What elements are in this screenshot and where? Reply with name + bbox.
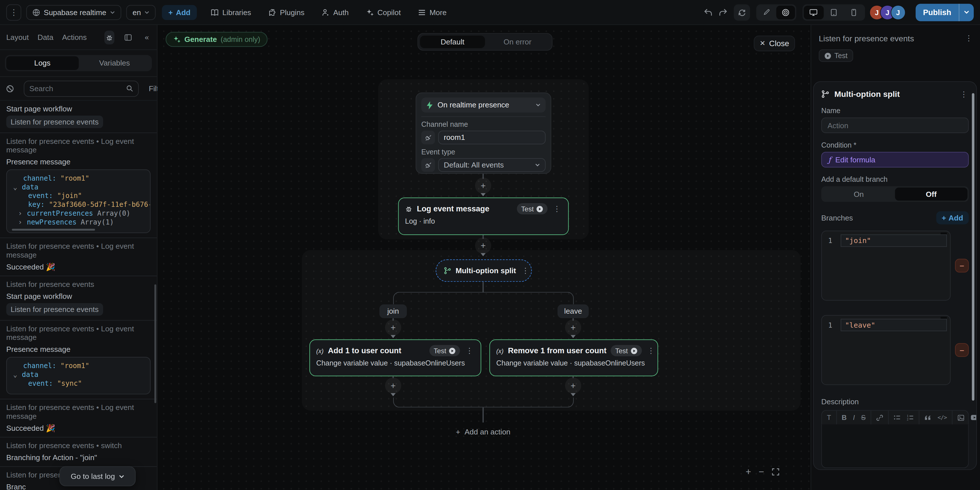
multi-option-split-node[interactable]: Multi-option split ⋮ (436, 259, 532, 282)
language-selector[interactable]: en (126, 5, 156, 20)
redo-button[interactable] (719, 8, 728, 16)
publish-button[interactable]: Publish (916, 8, 959, 16)
branch-label-leave[interactable]: leave (557, 304, 589, 318)
clear-logs-button[interactable] (6, 84, 14, 92)
event-type-select[interactable]: Default: All events (438, 158, 546, 172)
bind-value-button[interactable] (422, 158, 435, 172)
toggle-on[interactable]: On (822, 188, 895, 200)
trigger-type-select[interactable]: On realtime presence (422, 97, 546, 113)
node-menu-button[interactable]: ⋮ (465, 346, 474, 355)
insert-action-button[interactable]: + (565, 319, 581, 336)
code-line[interactable]: "leave" (841, 319, 947, 331)
tab-logs[interactable]: Logs (6, 56, 78, 70)
expand-caret-icon[interactable]: › (18, 218, 27, 227)
desktop-view-button[interactable] (803, 5, 824, 19)
edit-formula-button[interactable]: ƒ Edit formula (821, 152, 969, 167)
preview-mode-button[interactable] (776, 5, 795, 19)
vertical-scrollbar[interactable] (154, 284, 156, 403)
numbered-list-button[interactable]: 12 (907, 415, 914, 421)
bullet-list-button[interactable] (894, 415, 900, 421)
function-icon: ƒ (828, 155, 831, 164)
panel-layout-button[interactable] (123, 30, 133, 44)
undo-button[interactable] (704, 8, 713, 16)
insert-action-button[interactable]: + (475, 238, 491, 254)
video-button[interactable] (970, 415, 977, 421)
log-event-message-node[interactable]: Log event message Test ⋮ Log · info (398, 197, 569, 235)
branch-code-editor[interactable]: 1 "join" (821, 231, 951, 301)
branch-code-editor[interactable]: 1 "leave" (821, 315, 951, 385)
italic-button[interactable]: I (853, 414, 855, 421)
channel-name-input[interactable]: room1 (438, 131, 546, 145)
search-input[interactable] (29, 84, 126, 93)
tab-actions[interactable]: Actions (62, 33, 87, 41)
menu-item-libraries[interactable]: Libraries (210, 8, 251, 16)
node-menu-button[interactable]: ⋮ (646, 346, 656, 355)
bind-value-button[interactable] (422, 131, 435, 145)
menu-item-plugins[interactable]: Plugins (269, 8, 305, 16)
section-menu-button[interactable]: ⋮ (959, 90, 969, 99)
debug-button[interactable] (104, 30, 114, 44)
publish-dropdown-button[interactable] (959, 3, 974, 21)
remove-branch-button[interactable]: − (955, 343, 969, 357)
strikethrough-button[interactable]: S (861, 414, 866, 421)
test-node-button[interactable]: Test (429, 345, 460, 356)
description-textarea[interactable] (821, 425, 969, 468)
toggle-off[interactable]: Off (895, 188, 967, 200)
collapse-caret-icon[interactable]: ⌄ (13, 371, 22, 379)
insert-action-button[interactable]: + (385, 319, 401, 336)
quote-button[interactable] (924, 415, 931, 420)
menu-item-copilot[interactable]: Copilot (366, 8, 401, 16)
go-to-last-log-button[interactable]: Go to last log (59, 466, 135, 486)
node-menu-button[interactable]: ⋮ (552, 204, 562, 213)
remove-branch-button[interactable]: − (955, 259, 969, 272)
collapse-caret-icon[interactable]: ⌄ (13, 183, 22, 192)
test-node-button[interactable]: Test (611, 345, 641, 356)
menu-item-more[interactable]: More (418, 8, 446, 16)
edit-mode-button[interactable] (757, 5, 776, 19)
tab-layout[interactable]: Layout (6, 33, 29, 41)
tab-variables[interactable]: Variables (78, 56, 150, 70)
workflow-menu-button[interactable]: ⋮ (964, 33, 974, 43)
project-selector[interactable]: Supabase realtime (26, 5, 121, 20)
add-button[interactable]: + Add (162, 5, 197, 20)
bold-button[interactable]: B (842, 414, 847, 421)
card-scrollbar[interactable] (972, 93, 974, 401)
add-user-count-node[interactable]: (x) Add 1 to user count Test ⋮ Change va… (309, 339, 481, 376)
tab-default[interactable]: Default (420, 36, 485, 48)
zoom-out-button[interactable]: − (759, 466, 764, 477)
avatar[interactable]: J (891, 5, 906, 20)
collapse-panel-button[interactable]: « (142, 30, 152, 44)
tab-data[interactable]: Data (38, 33, 54, 41)
test-workflow-button[interactable]: Test (819, 49, 853, 62)
tab-on-error[interactable]: On error (485, 36, 550, 48)
node-menu-button[interactable]: ⋮ (520, 266, 530, 275)
zoom-in-button[interactable]: + (746, 466, 751, 477)
close-workflow-button[interactable]: ✕ Close (754, 36, 795, 51)
add-action-button[interactable]: + Add an action (442, 425, 525, 439)
horizontal-scrollbar[interactable] (12, 229, 95, 231)
fit-view-button[interactable] (772, 468, 779, 475)
text-style-button[interactable]: T (827, 414, 831, 421)
insert-action-button[interactable]: + (385, 377, 401, 394)
image-button[interactable] (958, 414, 964, 421)
plug-icon (425, 134, 431, 141)
insert-action-button[interactable]: + (565, 377, 581, 394)
test-node-button[interactable]: Test (517, 203, 547, 214)
code-line[interactable]: "join" (841, 234, 947, 247)
code-button[interactable]: </> (937, 415, 947, 421)
menu-item-auth[interactable]: Auth (322, 8, 349, 16)
add-branch-button[interactable]: + Add (936, 212, 969, 224)
mobile-view-button[interactable] (843, 5, 864, 19)
name-input[interactable] (827, 121, 963, 130)
remove-user-count-node[interactable]: (x) Remove 1 from user count Test ⋮ Chan… (490, 339, 658, 376)
insert-action-button[interactable]: + (475, 178, 491, 194)
generate-button[interactable]: Generate (admin only) (165, 32, 267, 47)
branch-label-join[interactable]: join (379, 304, 407, 318)
edit-preview-toggle (756, 4, 796, 20)
trigger-node[interactable]: On realtime presence Channel name room1 … (416, 92, 551, 174)
tablet-view-button[interactable] (824, 5, 843, 19)
expand-caret-icon[interactable]: › (18, 209, 27, 218)
app-menu-button[interactable]: ⋮ (6, 4, 21, 20)
refresh-button[interactable] (733, 4, 750, 20)
link-button[interactable] (876, 414, 883, 421)
